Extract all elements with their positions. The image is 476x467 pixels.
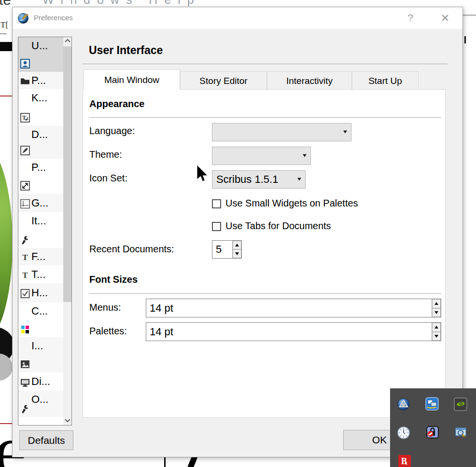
- stepper-up-icon[interactable]: [432, 299, 441, 308]
- clock-tray-icon[interactable]: [397, 426, 410, 440]
- user-icon: [20, 59, 30, 69]
- nvidia-settings-tray-icon[interactable]: [454, 398, 467, 411]
- monitor-icon: [20, 378, 30, 387]
- language-select[interactable]: [212, 123, 351, 141]
- sidebar-item-label: P...: [31, 74, 46, 87]
- tab-story-editor[interactable]: Story Editor: [180, 71, 267, 90]
- help-button[interactable]: ?: [398, 7, 423, 29]
- cmyk-swatches-icon: [20, 324, 30, 334]
- stepper-down-icon[interactable]: [432, 332, 441, 341]
- image-icon: [20, 359, 30, 369]
- sidebar-item-label: U...: [31, 40, 48, 52]
- sidebar-item-operator-tools[interactable]: O...: [18, 391, 63, 417]
- theme-label: Theme:: [89, 149, 122, 160]
- stepper-up-icon[interactable]: [432, 323, 441, 332]
- sidebar-item-label: C...: [31, 305, 48, 317]
- chevron-down-icon: [343, 131, 347, 134]
- stepper-down-icon[interactable]: [233, 249, 241, 258]
- system-tray-flyout: B: [390, 388, 476, 467]
- scroll-up-icon[interactable]: [63, 37, 71, 46]
- sidebar-item-label: P...: [31, 161, 46, 174]
- tab-panel-main-window: Appearance Language: Theme: Icon Set: Sc…: [83, 89, 446, 418]
- search-document-tray-icon[interactable]: [454, 426, 468, 440]
- sidebar-item-label: I...: [31, 340, 43, 352]
- wrench-icon: [20, 235, 30, 245]
- background-shadow-shape: [0, 354, 13, 381]
- folder-icon: [20, 77, 30, 86]
- background-menu-text-fragment: Windows Help: [42, 0, 201, 7]
- sidebar-item-paths[interactable]: P...: [18, 72, 63, 89]
- sidebar-item-keyboard-shortcuts[interactable]: T K...: [18, 89, 63, 126]
- sidebar-item-document-setup[interactable]: D...: [18, 126, 63, 159]
- sidebar-item-preflight[interactable]: P...: [18, 159, 63, 194]
- tab-label: Start Up: [368, 76, 402, 86]
- scribus-logo-icon: [18, 13, 29, 26]
- icon-set-select[interactable]: Scribus 1.5.1: [212, 170, 306, 189]
- close-button[interactable]: ✕: [433, 7, 458, 29]
- dialog-titlebar[interactable]: Preferences ? ✕: [13, 7, 462, 29]
- sidebar-item-label: D...: [31, 128, 48, 141]
- icon-set-value: Scribus 1.5.1: [216, 173, 278, 186]
- use-small-widgets-checkbox[interactable]: [212, 199, 221, 208]
- heading-rule: [83, 64, 448, 64]
- use-small-widgets-label: Use Small Widgets on Palettes: [225, 198, 358, 209]
- menus-label: Menus:: [89, 302, 121, 313]
- stepper-up-icon[interactable]: [233, 241, 241, 249]
- font-t-icon: T: [20, 253, 30, 262]
- guides-icon: [20, 199, 30, 209]
- keepass-locked-tray-icon[interactable]: [426, 426, 439, 439]
- sidebar-item-hyphenator[interactable]: H...: [18, 283, 63, 302]
- defaults-button[interactable]: Defaults: [19, 430, 73, 450]
- icon-set-label: Icon Set:: [89, 173, 127, 184]
- sidebar-item-fonts[interactable]: T F...: [18, 248, 63, 265]
- screen: te Windows Help T[ e: [0, 0, 476, 467]
- background-red-guide: [0, 96, 13, 96]
- stepper-buttons: [232, 241, 241, 258]
- sidebar-item-color-management[interactable]: C...: [18, 302, 63, 337]
- scroll-down-icon[interactable]: [63, 416, 71, 425]
- palettes-size-value: 14 pt: [150, 326, 173, 338]
- category-items: U... P... T K...: [18, 37, 63, 425]
- sidebar-scrollbar[interactable]: [63, 37, 71, 425]
- tab-interactivity[interactable]: Interactivity: [267, 71, 352, 90]
- preferences-category-list: U... P... T K...: [18, 37, 72, 426]
- background-divider: [0, 33, 7, 34]
- menus-size-stepper[interactable]: 14 pt: [146, 299, 441, 317]
- mouse-cursor: [196, 165, 210, 187]
- sidebar-item-typography[interactable]: T T...: [18, 265, 63, 283]
- font-sizes-heading: Font Sizes: [89, 274, 138, 285]
- background-black-bar: [0, 42, 13, 51]
- pen-icon: [20, 146, 30, 155]
- sidebar-item-display[interactable]: Di...: [18, 372, 63, 391]
- background-menubar-fragment: te Windows Help: [0, 0, 476, 7]
- stepper-buttons: [432, 299, 441, 317]
- use-tabs-documents-checkbox[interactable]: [212, 222, 221, 231]
- sidebar-item-item-tools[interactable]: It...: [18, 212, 63, 248]
- scrollbar-thumb[interactable]: [63, 46, 71, 302]
- theme-select[interactable]: [212, 147, 311, 165]
- recent-documents-label: Recent Documents:: [89, 244, 174, 255]
- tab-label: Interactivity: [286, 76, 333, 86]
- red-b-tray-icon[interactable]: B: [398, 454, 411, 467]
- tab-main-window[interactable]: Main Window: [84, 69, 180, 90]
- sphere-triangle-tray-icon[interactable]: [397, 398, 410, 411]
- sidebar-item-label: T...: [31, 268, 45, 281]
- appearance-heading: Appearance: [89, 98, 145, 110]
- sidebar-item-guides[interactable]: G...: [18, 194, 63, 212]
- stepper-down-icon[interactable]: [432, 308, 441, 317]
- sidebar-item-image-cache[interactable]: I...: [18, 337, 63, 372]
- stepper-buttons: [432, 323, 441, 341]
- sidebar-item-label: F...: [31, 250, 45, 263]
- language-label: Language:: [89, 125, 135, 137]
- sidebar-item-user-interface[interactable]: U...: [18, 37, 63, 72]
- section-rule: [89, 293, 441, 294]
- font-t-icon: T: [20, 270, 30, 280]
- tab-start-up[interactable]: Start Up: [352, 71, 419, 90]
- page-title: User Interface: [89, 44, 163, 57]
- sidebar-item-label: It...: [31, 215, 46, 227]
- recent-documents-stepper[interactable]: 5: [212, 240, 242, 259]
- menus-size-value: 14 pt: [150, 302, 173, 315]
- recent-documents-value: 5: [216, 243, 222, 256]
- intel-graphics-tray-icon[interactable]: [425, 397, 439, 411]
- palettes-size-stepper[interactable]: 14 pt: [146, 322, 441, 341]
